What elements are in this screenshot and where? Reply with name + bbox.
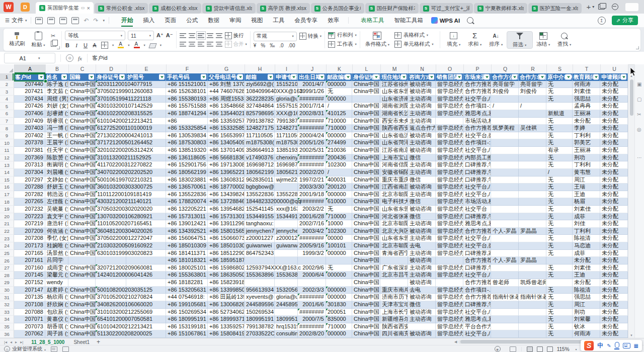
cell[interactable]: 2002/9/6	[298, 265, 326, 272]
cell[interactable]: 无	[546, 309, 573, 316]
cell[interactable]: +86 155363801	[166, 272, 208, 279]
cell[interactable]: 未分配	[573, 257, 600, 265]
cell[interactable]: 留学总经办	[436, 272, 463, 279]
cell[interactable]	[519, 265, 546, 272]
cell[interactable]: China中国	[352, 330, 380, 338]
row-header-29[interactable]: 29	[0, 279, 14, 287]
cell[interactable]: 无	[546, 265, 573, 272]
cell[interactable]	[126, 257, 166, 265]
cell[interactable]: +86 18770002151	[208, 184, 245, 191]
cell[interactable]: 207165	[14, 250, 45, 257]
row-header-31[interactable]: 31	[0, 294, 14, 301]
cell[interactable]: 500108200203035125	[96, 287, 126, 294]
cell[interactable]: 799138782	[245, 118, 275, 125]
cell[interactable]: 平台合作方	[463, 323, 491, 331]
cell[interactable]	[519, 96, 546, 103]
cell[interactable]: 000000	[326, 81, 352, 89]
cell[interactable]: 无	[326, 206, 352, 213]
cell[interactable]: 207161	[14, 257, 45, 265]
cell[interactable]: 207209	[14, 228, 45, 235]
filter-dropdown-icon[interactable]	[401, 74, 407, 80]
tab-list-chevron-icon[interactable]: ▾	[592, 5, 594, 9]
cell[interactable]: 864752343	[245, 250, 275, 257]
cell[interactable]: China中国	[352, 309, 380, 316]
page-layout-view-icon[interactable]	[537, 346, 543, 352]
cell[interactable]: 2002/5/31	[298, 147, 326, 154]
cell[interactable]: 610104200212213421	[96, 118, 126, 125]
column-header-G[interactable]: G	[208, 64, 245, 73]
cell[interactable]: China中国	[68, 184, 96, 191]
cell[interactable]: 留学总经办	[436, 139, 463, 147]
cell[interactable]: 李文茹 (女	[45, 88, 68, 96]
cell[interactable]: 陈祖清	[573, 235, 600, 242]
cell[interactable]: 王晨宇 (男	[45, 139, 68, 147]
file-tab[interactable]: S公务员国企事业单位	[311, 3, 364, 14]
cell[interactable]: 丁利利	[573, 161, 600, 169]
cell[interactable]: +86 18501030981	[208, 242, 245, 250]
cell[interactable]	[491, 169, 519, 177]
cell[interactable]: 未分配	[600, 154, 628, 162]
add-sheet-button[interactable]: +	[97, 338, 100, 345]
cell[interactable]: 无	[546, 242, 573, 250]
cell[interactable]: 被动咨询	[408, 330, 436, 338]
cell[interactable]: 山东省东营	[380, 235, 408, 242]
cell[interactable]: 2002/8/31	[298, 110, 326, 118]
cell[interactable]: 河北省张家	[380, 213, 408, 221]
cell[interactable]: 微信	[408, 213, 436, 221]
font-name-select[interactable]: 等线▾	[65, 31, 125, 40]
file-tab[interactable]: S可过_支付宝+_滴滴	[420, 3, 473, 14]
cell[interactable]: 主动咨询	[408, 272, 436, 279]
ime-keyboard-icon[interactable]	[623, 343, 630, 348]
cell[interactable]: 654101200007050581	[96, 316, 126, 323]
cell[interactable]: 2001/6/28	[298, 213, 326, 221]
cell[interactable]	[519, 161, 546, 169]
cell[interactable]: 丁利利	[573, 228, 600, 235]
cell[interactable]: 207062	[14, 330, 45, 338]
cell[interactable]: XXX@163.c	[275, 110, 298, 118]
cell[interactable]: 留学总经办	[436, 198, 463, 206]
cell[interactable]: China中国	[352, 242, 380, 250]
cell[interactable]: China中国	[68, 191, 96, 199]
cell[interactable]: 000000	[326, 132, 352, 140]
align-middle-icon[interactable]	[189, 33, 195, 38]
cell[interactable]: 207160	[14, 265, 45, 272]
ribbon-tab-开始[interactable]: 开始	[116, 14, 138, 27]
cell[interactable]: 155363896	[275, 272, 298, 279]
ribbon-tab-插入[interactable]: 插入	[138, 14, 159, 27]
cell[interactable]	[519, 316, 546, 323]
cell[interactable]: gloria@uki	[275, 96, 298, 103]
decrease-indent-icon[interactable]	[207, 33, 213, 38]
ribbon-tab-视图[interactable]: 视图	[246, 14, 268, 27]
row-header-13[interactable]: 13	[0, 161, 14, 169]
align-top-icon[interactable]	[180, 33, 186, 38]
cell[interactable]	[491, 198, 519, 206]
cell[interactable]: 未分配	[600, 125, 628, 132]
cell[interactable]	[519, 301, 546, 309]
cell[interactable]: 未分配	[600, 272, 628, 279]
cell[interactable]: +86 199105681	[166, 301, 208, 309]
cell[interactable]: 吕同学	[45, 257, 68, 265]
cell[interactable]: 主动咨询	[408, 250, 436, 257]
print-preview-icon[interactable]	[71, 17, 79, 24]
filter-dropdown-icon[interactable]	[119, 74, 125, 80]
cell[interactable]: 西安市未央	[380, 118, 408, 125]
cell[interactable]: +86	[166, 118, 208, 125]
cell[interactable]: +86 18999371661	[208, 316, 245, 323]
cell[interactable]: 内部员工推	[463, 154, 491, 162]
upload-icon[interactable]: ↥	[598, 17, 606, 25]
cell[interactable]: China中国	[68, 213, 96, 221]
cell[interactable]: 留学总经办	[436, 301, 463, 309]
new-tab-button[interactable]: +	[587, 3, 591, 11]
cell[interactable]	[491, 177, 519, 184]
cell[interactable]: 合作方推荐	[463, 294, 491, 301]
cell[interactable]: 强思喆	[573, 294, 600, 301]
cell-name-box[interactable]: A1 ▾	[4, 53, 55, 63]
row-header-25[interactable]: 25	[0, 250, 14, 257]
filter-dropdown-icon[interactable]	[512, 74, 517, 80]
cell[interactable]: +86 178820074	[166, 198, 208, 206]
file-tab[interactable]: S英国留学生签▭×	[36, 2, 94, 14]
cell[interactable]: 黄韦慧	[573, 169, 600, 177]
find-button[interactable]: 查找 ▾	[554, 32, 575, 48]
header-cell[interactable]: 护照号	[126, 73, 166, 81]
cell[interactable]: 825798695	[245, 110, 275, 118]
